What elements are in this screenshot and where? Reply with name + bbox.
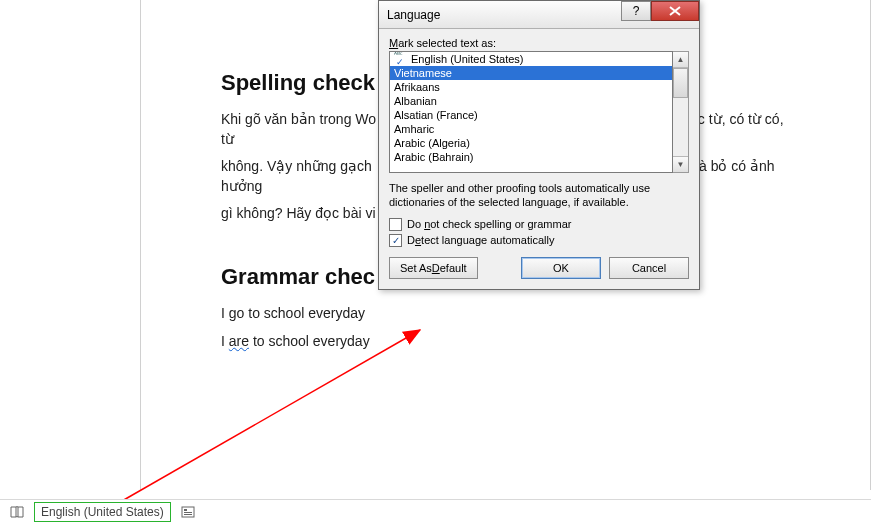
cancel-button[interactable]: Cancel bbox=[609, 257, 689, 279]
list-item[interactable]: Arabic (Algeria) bbox=[390, 136, 672, 150]
dialog-title: Language bbox=[387, 8, 621, 22]
listbox-scrollbar[interactable]: ▲ ▼ bbox=[673, 51, 689, 173]
svg-rect-3 bbox=[184, 512, 192, 513]
language-dialog: Language ? Mark selected text as: Englis… bbox=[378, 0, 700, 290]
paragraph-2: I go to school everyday bbox=[221, 304, 790, 324]
svg-rect-2 bbox=[184, 509, 187, 511]
hint-text: The speller and other proofing tools aut… bbox=[389, 181, 689, 210]
dialog-titlebar[interactable]: Language ? bbox=[379, 1, 699, 29]
list-item[interactable]: Afrikaans bbox=[390, 80, 672, 94]
paragraph-3: I are to school everyday bbox=[221, 332, 790, 352]
macro-icon[interactable] bbox=[181, 505, 195, 519]
list-item[interactable]: English (United States) bbox=[390, 52, 672, 66]
close-button[interactable] bbox=[651, 1, 699, 21]
scroll-up-icon[interactable]: ▲ bbox=[673, 52, 688, 68]
scroll-thumb[interactable] bbox=[673, 68, 688, 98]
ok-button[interactable]: OK bbox=[521, 257, 601, 279]
spellcheck-icon bbox=[394, 54, 408, 64]
list-item[interactable]: Albanian bbox=[390, 94, 672, 108]
language-listbox[interactable]: English (United States) Vietnamese Afrik… bbox=[389, 51, 673, 173]
help-button[interactable]: ? bbox=[621, 1, 651, 21]
checkbox-detect-lang[interactable]: ✓ bbox=[389, 234, 402, 247]
status-bar: English (United States) bbox=[0, 499, 871, 523]
mark-label: Mark selected text as: bbox=[389, 37, 689, 49]
grammar-error[interactable]: are bbox=[229, 333, 249, 349]
list-item[interactable]: Alsatian (France) bbox=[390, 108, 672, 122]
list-item[interactable]: Arabic (Bahrain) bbox=[390, 150, 672, 164]
set-as-default-button[interactable]: Set As Default bbox=[389, 257, 478, 279]
svg-rect-4 bbox=[184, 514, 192, 515]
book-icon[interactable] bbox=[10, 505, 24, 519]
list-item[interactable]: Amharic bbox=[390, 122, 672, 136]
checkbox-detect-lang-label: Detect language automatically bbox=[407, 234, 554, 246]
checkbox-no-spellcheck-label: Do not check spelling or grammar bbox=[407, 218, 571, 230]
checkbox-no-spellcheck[interactable] bbox=[389, 218, 402, 231]
status-language[interactable]: English (United States) bbox=[34, 502, 171, 522]
list-item-selected[interactable]: Vietnamese bbox=[390, 66, 672, 80]
scroll-down-icon[interactable]: ▼ bbox=[673, 156, 688, 172]
